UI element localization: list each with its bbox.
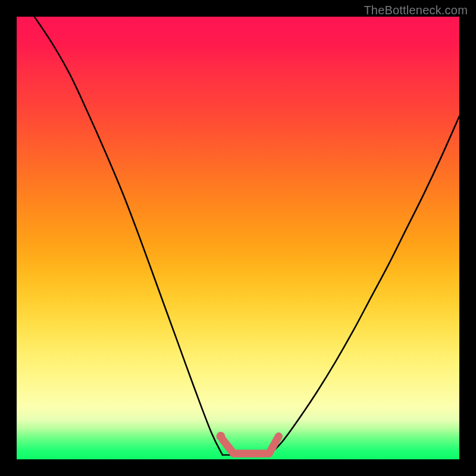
- minimum-annotation-segment: [223, 436, 278, 453]
- bottleneck-curve-left: [35, 17, 223, 455]
- minimum-annotation-dot: [216, 432, 225, 441]
- bottleneck-curve-right: [269, 116, 459, 455]
- chart-plot-area: [17, 17, 459, 459]
- watermark-text: TheBottleneck.com: [364, 4, 468, 17]
- chart-svg: [17, 17, 459, 459]
